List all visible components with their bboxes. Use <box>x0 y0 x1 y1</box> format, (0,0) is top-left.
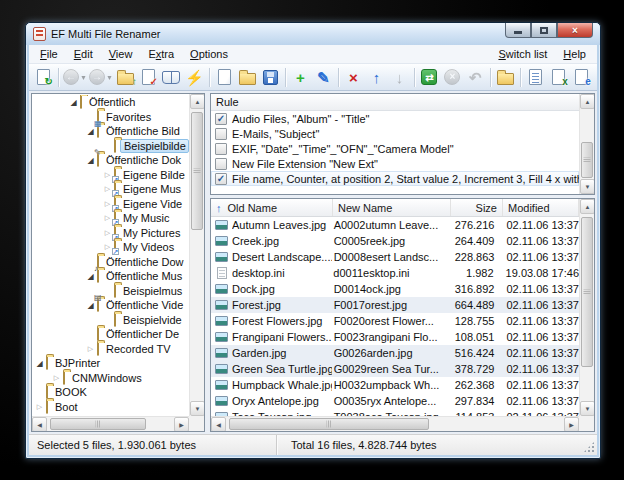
tree-item[interactable]: Favorites <box>33 110 189 125</box>
tree-item[interactable]: ◢♪Öffentliche Mus <box>33 269 189 284</box>
tree-expander-icon[interactable]: ▷ <box>50 374 63 382</box>
rule-item[interactable]: EXIF, "Date"_"Time"_"OFN"_"Camera Model" <box>211 141 579 156</box>
scroll-up-arrow-icon[interactable]: ▲ <box>580 94 595 109</box>
table-row[interactable]: Green Sea Turtle.jpgG0029reen Sea Tur...… <box>211 361 579 377</box>
stop-button[interactable]: × <box>441 65 464 89</box>
close-button[interactable]: × <box>557 23 593 38</box>
report-button[interactable] <box>524 65 547 89</box>
new-profile-button[interactable] <box>213 65 236 89</box>
tree-item[interactable]: ▷↗Eigene Vide <box>33 197 189 212</box>
rule-item[interactable]: ✓File name, Counter, at position 2, Star… <box>211 171 579 186</box>
preview-book-button[interactable] <box>160 65 183 89</box>
menu-item-file[interactable]: File <box>32 46 66 62</box>
save-profile-button[interactable] <box>259 65 282 89</box>
add-rule-button[interactable]: + <box>289 65 312 89</box>
checkbox-icon[interactable] <box>215 128 227 140</box>
undo-button[interactable]: ↶ <box>464 65 487 89</box>
table-row[interactable]: Desert Landscape....D0008esert Landsc...… <box>211 249 579 265</box>
rule-panel-header[interactable]: Rule <box>211 94 594 111</box>
dropdown-caret-icon[interactable]: ▼ <box>80 74 87 81</box>
delete-rule-button[interactable]: × <box>342 65 365 89</box>
table-row[interactable]: Toco Toucan.jpgT0038oco Toucan.jpg114.85… <box>211 409 579 416</box>
parent-folder-button[interactable]: ↑ <box>114 65 137 89</box>
menu-item-help[interactable]: Help <box>555 46 594 62</box>
tree-item[interactable]: Beispielmus <box>33 284 189 299</box>
column-header-size[interactable]: Size <box>451 199 503 216</box>
scroll-right-arrow-icon[interactable]: ▶ <box>174 417 189 432</box>
table-row[interactable]: Dock.jpgD0014ock.jpg316.89202.11.06 13:3… <box>211 281 579 297</box>
checkbox-icon[interactable] <box>215 158 227 170</box>
file-horizontal-scrollbar[interactable]: ◀ ▶ <box>211 416 579 431</box>
check-names-button[interactable]: ✓ <box>137 65 160 89</box>
scroll-left-arrow-icon[interactable]: ◀ <box>211 417 226 432</box>
rule-item[interactable]: New File Extension "New Ext" <box>211 156 579 171</box>
tree-item[interactable]: ▷Boot <box>33 400 189 415</box>
export-excel-button[interactable]: x <box>547 65 570 89</box>
column-header-modified[interactable]: Modified <box>503 199 579 216</box>
reload-button[interactable]: ↻ <box>32 65 55 89</box>
tree-item[interactable]: ▷CNMWindows <box>33 371 189 386</box>
scroll-down-arrow-icon[interactable]: ▼ <box>580 401 595 416</box>
file-hscroll-thumb[interactable] <box>229 418 429 430</box>
start-rename-button[interactable]: ⚡ <box>183 65 206 89</box>
rule-vertical-scrollbar[interactable]: ▲ ▼ <box>579 94 594 194</box>
rule-item[interactable]: ✓Audio Files, "Album" - "Title" <box>211 111 579 126</box>
browse-folder-button[interactable] <box>494 65 517 89</box>
menu-item-view[interactable]: View <box>101 46 141 62</box>
column-header-new-name[interactable]: New Name <box>333 199 451 216</box>
column-header-old-name[interactable]: ↑Old Name <box>211 199 333 216</box>
back-button[interactable]: ←▼ <box>62 65 88 89</box>
table-row[interactable]: desktop.inid0011esktop.ini1.98219.03.08 … <box>211 265 579 281</box>
tree-hscroll-thumb[interactable] <box>50 418 146 430</box>
tree-vertical-scrollbar[interactable]: ▲ ▼ <box>189 94 204 416</box>
tree-expander-icon[interactable]: ◢ <box>33 359 46 368</box>
rule-item[interactable]: E-Mails, "Subject" <box>211 126 579 141</box>
tree-vscroll-thumb[interactable] <box>191 112 203 230</box>
table-row[interactable]: Creek.jpgC0005reek.jpg264.40902.11.06 13… <box>211 233 579 249</box>
table-row[interactable]: Humpback Whale.jpgH0032umpback Wh...262.… <box>211 377 579 393</box>
scroll-down-arrow-icon[interactable]: ▼ <box>190 401 205 416</box>
tree-item[interactable]: Öffentliche Dow <box>33 255 189 270</box>
export-button[interactable]: e <box>570 65 593 89</box>
checkbox-icon[interactable] <box>215 143 227 155</box>
tree-item[interactable]: ▷Recorded TV <box>33 342 189 357</box>
tree-expander-icon[interactable]: ▷ <box>33 403 46 411</box>
tree-item[interactable]: BOOK <box>33 385 189 400</box>
scroll-right-arrow-icon[interactable]: ▶ <box>564 417 579 432</box>
rule-vscroll-thumb[interactable] <box>581 142 593 178</box>
tree-expander-icon[interactable]: ▷ <box>84 345 97 353</box>
open-profile-button[interactable] <box>236 65 259 89</box>
maximize-button[interactable] <box>531 23 557 38</box>
tree-item[interactable]: ▷↗Eigene Bilde <box>33 168 189 183</box>
table-row[interactable]: Forest Flowers.jpgF0020orest Flower...12… <box>211 313 579 329</box>
move-down-button[interactable]: ↓ <box>388 65 411 89</box>
edit-rule-button[interactable]: ✎ <box>312 65 335 89</box>
tree-item[interactable]: Beispielbilde <box>33 139 189 154</box>
scroll-down-arrow-icon[interactable]: ▼ <box>580 179 595 194</box>
tree-item[interactable]: ◢▦Öffentliche Bild <box>33 124 189 139</box>
scroll-left-arrow-icon[interactable]: ◀ <box>32 417 47 432</box>
table-row[interactable]: Oryx Antelope.jpgO0035ryx Antelope...297… <box>211 393 579 409</box>
scroll-up-arrow-icon[interactable]: ▲ <box>580 199 595 214</box>
table-row[interactable]: Forest.jpgF0017orest.jpg664.48902.11.06 … <box>211 297 579 313</box>
dropdown-caret-icon[interactable]: ▼ <box>106 74 113 81</box>
menu-item-switch-list[interactable]: Switch list <box>490 46 555 62</box>
checkbox-checked-icon[interactable]: ✓ <box>215 113 227 125</box>
file-vscroll-thumb[interactable] <box>581 217 593 367</box>
tree-item[interactable]: ▷↗My Music <box>33 211 189 226</box>
tree-expander-icon[interactable]: ◢ <box>67 98 80 107</box>
tree-item[interactable]: ◢▤Öffentliche Vide <box>33 298 189 313</box>
tree-item[interactable]: Beispielvide <box>33 313 189 328</box>
tree-item[interactable]: ▷↗My Videos <box>33 240 189 255</box>
menu-item-edit[interactable]: Edit <box>66 46 101 62</box>
forward-button[interactable]: →▼ <box>88 65 114 89</box>
file-vertical-scrollbar[interactable]: ▲ ▼ <box>579 199 594 416</box>
tree-item[interactable]: ▷↗Eigene Mus <box>33 182 189 197</box>
table-row[interactable]: Garden.jpgG0026arden.jpg516.42402.11.06 … <box>211 345 579 361</box>
tree-item[interactable]: Öffentlicher De <box>33 327 189 342</box>
menu-item-options[interactable]: Options <box>182 46 236 62</box>
table-row[interactable]: Frangipani Flowers...F0023rangipani Flo.… <box>211 329 579 345</box>
tree-horizontal-scrollbar[interactable]: ◀ ▶ <box>32 416 189 431</box>
checkbox-checked-icon[interactable]: ✓ <box>215 173 227 185</box>
tree-item[interactable]: ◢✎Öffentliche Dok <box>33 153 189 168</box>
